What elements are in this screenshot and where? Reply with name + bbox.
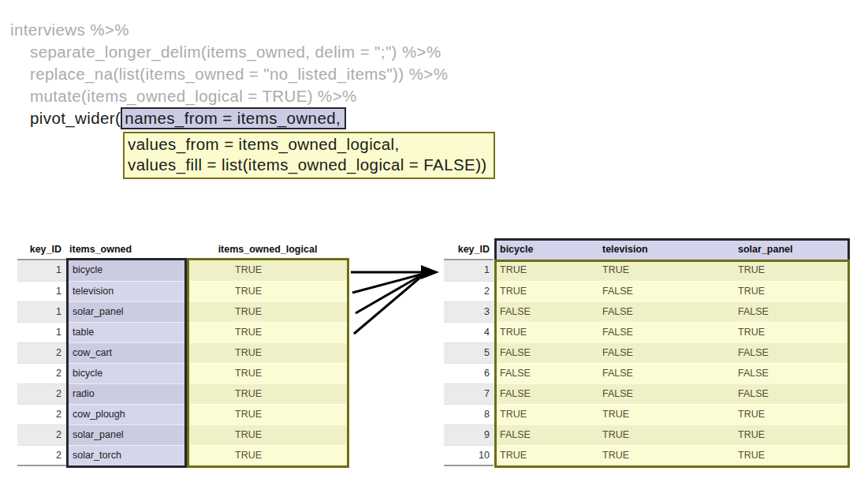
- column-header-key-id: key_ID: [17, 239, 67, 260]
- table-row: 2TRUEFALSETRUE: [444, 281, 849, 301]
- table-header-row: key_ID bicycle television solar_panel: [444, 239, 849, 260]
- table-cell: FALSE: [598, 342, 733, 363]
- table-cell: 1: [17, 260, 67, 281]
- table-cell: TRUE: [186, 404, 349, 424]
- table-cell: FALSE: [495, 342, 598, 363]
- table-cell: bicycle: [67, 260, 186, 281]
- names-from-highlight: names_from = items_owned,: [121, 107, 346, 129]
- values-highlight-box: values_from = items_owned_logical, value…: [123, 132, 495, 179]
- table-row: 6FALSEFALSEFALSE: [444, 363, 849, 383]
- code-line-separate: separate_longer_delim(items_owned, delim…: [10, 41, 448, 63]
- table-cell: TRUE: [186, 383, 349, 404]
- table-cell: TRUE: [495, 260, 598, 281]
- table-cell: FALSE: [495, 424, 598, 445]
- table-cell: FALSE: [733, 301, 849, 322]
- table-row: 2cow_ploughTRUE: [17, 404, 349, 424]
- pivot-wider-prefix: pivot_wider(: [30, 109, 121, 127]
- table-cell: FALSE: [495, 363, 598, 383]
- code-line-replace-na: replace_na(list(items_owned = "no_listed…: [10, 63, 448, 85]
- table-row: 7FALSEFALSEFALSE: [444, 383, 849, 404]
- table-body: 1TRUETRUETRUE2TRUEFALSETRUE3FALSEFALSEFA…: [444, 260, 849, 465]
- table-cell: cow_plough: [67, 404, 186, 424]
- table-cell: TRUE: [733, 281, 849, 301]
- table-row: 1televisionTRUE: [17, 281, 349, 301]
- table-cell: TRUE: [598, 424, 733, 445]
- column-header-items-owned: items_owned: [67, 239, 186, 260]
- column-header-bicycle: bicycle: [495, 239, 598, 260]
- column-header-key-id: key_ID: [444, 239, 495, 260]
- table-cell: TRUE: [495, 281, 598, 301]
- table-cell: table: [67, 322, 186, 342]
- table-cell: 9: [444, 424, 495, 445]
- table-cell: 1: [17, 301, 67, 322]
- table-cell: TRUE: [186, 342, 349, 363]
- table-cell: FALSE: [495, 301, 598, 322]
- table-cell: television: [67, 281, 186, 301]
- code-line-mutate: mutate(items_owned_logical = TRUE) %>%: [10, 85, 448, 107]
- code-block: interviews %>% separate_longer_delim(ite…: [10, 19, 448, 129]
- code-line-pivot-wider: pivot_wider(names_from = items_owned,: [10, 107, 448, 129]
- table-cell: 2: [17, 342, 67, 363]
- table-cell: 1: [17, 281, 67, 301]
- table-cell: 6: [444, 363, 495, 383]
- table-cell: 3: [444, 301, 495, 322]
- table-cell: cow_cart: [67, 342, 186, 363]
- table-cell: FALSE: [598, 281, 733, 301]
- table-cell: FALSE: [495, 383, 598, 404]
- table-row: 2solar_panelTRUE: [17, 424, 349, 445]
- table-cell: solar_panel: [67, 424, 186, 445]
- table-cell: 7: [444, 383, 495, 404]
- table-row: 2radioTRUE: [17, 383, 349, 404]
- table-row: 1TRUETRUETRUE: [444, 260, 849, 281]
- table-cell: FALSE: [598, 301, 733, 322]
- values-fill-line: values_fill = list(items_owned_logical =…: [128, 155, 487, 175]
- table-cell: FALSE: [733, 383, 849, 404]
- table-cell: radio: [67, 383, 186, 404]
- table-body: 1bicycleTRUE1televisionTRUE1solar_panelT…: [17, 260, 349, 465]
- table-cell: 2: [17, 383, 67, 404]
- table-cell: TRUE: [495, 445, 598, 465]
- table-cell: TRUE: [186, 424, 349, 445]
- table-row: 2solar_torchTRUE: [17, 445, 349, 465]
- column-header-television: television: [598, 239, 733, 260]
- table-cell: 2: [444, 281, 495, 301]
- table-row: 1tableTRUE: [17, 322, 349, 342]
- table-row: 1solar_panelTRUE: [17, 301, 349, 322]
- table-cell: TRUE: [186, 363, 349, 383]
- slide: interviews %>% separate_longer_delim(ite…: [0, 0, 868, 486]
- table-row: 10TRUETRUETRUE: [444, 445, 849, 465]
- code-line-interviews: interviews %>%: [10, 19, 448, 41]
- table-cell: TRUE: [598, 404, 733, 424]
- long-format-table: key_ID items_owned items_owned_logical 1…: [17, 239, 349, 465]
- column-header-solar-panel: solar_panel: [733, 239, 849, 260]
- table-cell: FALSE: [733, 363, 849, 383]
- table-row: 9FALSETRUETRUE: [444, 424, 849, 445]
- table-cell: TRUE: [598, 260, 733, 281]
- table-row: 1bicycleTRUE: [17, 260, 349, 281]
- table-cell: TRUE: [186, 260, 349, 281]
- table-cell: 4: [444, 322, 495, 342]
- table-cell: TRUE: [733, 445, 849, 465]
- table-cell: solar_panel: [67, 301, 186, 322]
- table-row: 2cow_cartTRUE: [17, 342, 349, 363]
- column-header-items-owned-logical: items_owned_logical: [186, 239, 349, 260]
- table-cell: TRUE: [733, 260, 849, 281]
- table-cell: TRUE: [186, 322, 349, 342]
- values-from-line: values_from = items_owned_logical,: [128, 134, 487, 155]
- table-cell: FALSE: [598, 363, 733, 383]
- table-cell: 2: [17, 363, 67, 383]
- table-row: 4TRUEFALSETRUE: [444, 322, 849, 342]
- table-cell: TRUE: [733, 404, 849, 424]
- table-cell: TRUE: [186, 301, 349, 322]
- table-cell: TRUE: [186, 281, 349, 301]
- table-header-row: key_ID items_owned items_owned_logical: [17, 239, 349, 260]
- table-cell: TRUE: [733, 424, 849, 445]
- table-cell: TRUE: [733, 322, 849, 342]
- table-cell: 10: [444, 445, 495, 465]
- table-cell: 1: [444, 260, 495, 281]
- table-cell: TRUE: [495, 404, 598, 424]
- table-row: 2bicycleTRUE: [17, 363, 349, 383]
- table-row: 3FALSEFALSEFALSE: [444, 301, 849, 322]
- table-cell: 5: [444, 342, 495, 363]
- table-cell: 2: [17, 445, 67, 465]
